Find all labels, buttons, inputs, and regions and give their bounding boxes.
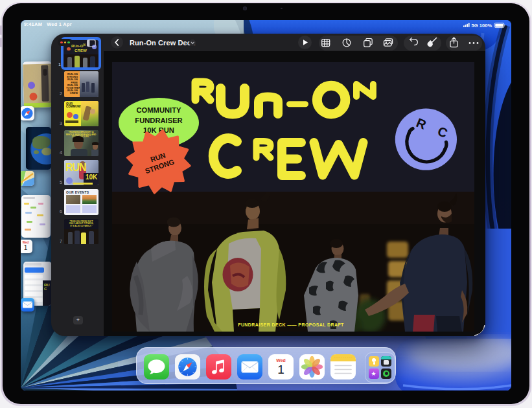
svg-text:5G 100%: 5G 100%	[472, 23, 492, 28]
svg-text:FUNDRAISER: FUNDRAISER	[135, 117, 182, 124]
svg-text:Wed: Wed	[276, 358, 286, 363]
svg-text:COMMUNITY: COMMUNITY	[137, 106, 182, 114]
svg-text:1: 1	[277, 363, 284, 376]
svg-text:FUNDRAISER DECK —— PROPOSAL DR: FUNDRAISER DECK —— PROPOSAL DRAFT	[238, 323, 344, 327]
